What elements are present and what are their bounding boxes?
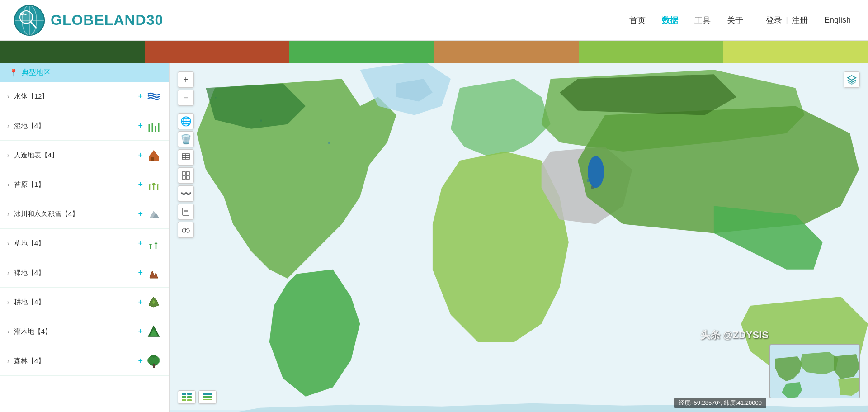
bottom-layer-controls xyxy=(178,390,217,404)
bottom-control-btn2[interactable] xyxy=(198,390,217,404)
layer-item-7[interactable]: › 耕地【4】 + xyxy=(0,288,169,317)
nav-about[interactable]: 关于 xyxy=(719,15,751,26)
svg-rect-60 xyxy=(182,399,186,401)
layer-item-8[interactable]: › 灌木地【4】 + xyxy=(0,317,169,346)
svg-rect-64 xyxy=(203,399,212,400)
layer-label-2: 人造地表【4】 xyxy=(14,151,136,160)
color-swatch-1[interactable] xyxy=(145,41,289,63)
nav-language[interactable]: English xyxy=(821,15,854,25)
bottom-control-btn1[interactable] xyxy=(178,390,196,404)
svg-rect-61 xyxy=(187,399,192,401)
delete-tool-button[interactable]: 🗑️ xyxy=(178,131,194,147)
map-controls: + − 🌐 🗑️ 〰️ xyxy=(178,71,194,238)
book-icon xyxy=(182,208,190,216)
color-swatch-0[interactable] xyxy=(0,41,145,63)
layer-chevron-5[interactable]: › xyxy=(7,240,9,247)
table-tool-button[interactable] xyxy=(178,149,194,166)
layer-chevron-8[interactable]: › xyxy=(7,328,9,335)
layer-list-icon xyxy=(182,393,192,401)
globe-tool-button[interactable]: 🌐 xyxy=(178,113,194,129)
layer-chevron-6[interactable]: › xyxy=(7,269,9,276)
grid-tool-button[interactable] xyxy=(178,167,194,184)
binoculars-tool-button[interactable] xyxy=(178,222,194,238)
sidebar: 📍 典型地区 › 水体【12】 + › 湿地【4】 + › 人造地表【4】 + … xyxy=(0,63,170,412)
svg-rect-63 xyxy=(203,396,212,398)
layer-list-icon2 xyxy=(203,393,212,401)
layer-icon-3 xyxy=(146,176,162,193)
svg-rect-57 xyxy=(187,393,192,395)
svg-rect-62 xyxy=(203,393,212,395)
color-swatch-5[interactable] xyxy=(723,41,868,63)
layer-chevron-4[interactable]: › xyxy=(7,210,9,218)
sidebar-toggle-button[interactable]: ◀ xyxy=(169,229,170,247)
logo-area: 30m GLOBELAND30 xyxy=(14,5,163,36)
svg-point-37 xyxy=(588,156,604,188)
zoom-out-button[interactable]: − xyxy=(178,90,194,106)
layer-item-4[interactable]: › 冰川和永久积雪【4】 + xyxy=(0,199,169,229)
color-swatch-2[interactable] xyxy=(289,41,434,63)
layer-item-6[interactable]: › 裸地【4】 + xyxy=(0,258,169,288)
layer-add-6[interactable]: + xyxy=(138,268,143,278)
layer-chevron-1[interactable]: › xyxy=(7,122,9,129)
pin-icon: 📍 xyxy=(9,68,18,77)
wave-tool-button[interactable]: 〰️ xyxy=(178,185,194,202)
binoculars-icon xyxy=(182,226,190,234)
layer-add-3[interactable]: + xyxy=(138,180,143,189)
svg-rect-34 xyxy=(328,142,330,144)
layer-item-0[interactable]: › 水体【12】 + xyxy=(0,82,169,111)
layer-chevron-0[interactable]: › xyxy=(7,93,9,100)
layer-icon-6 xyxy=(146,265,162,281)
layer-label-8: 灌木地【4】 xyxy=(14,327,136,336)
nav-register[interactable]: 注册 xyxy=(788,15,811,26)
layer-list[interactable]: › 水体【12】 + › 湿地【4】 + › 人造地表【4】 + › 苔原【1】… xyxy=(0,82,169,412)
layer-label-1: 湿地【4】 xyxy=(14,122,136,130)
layer-item-1[interactable]: › 湿地【4】 + xyxy=(0,111,169,141)
map-area[interactable]: + − 🌐 🗑️ 〰️ xyxy=(170,63,868,412)
layer-chevron-9[interactable]: › xyxy=(7,357,9,365)
nav-login[interactable]: 登录 xyxy=(762,15,786,26)
layer-item-5[interactable]: › 草地【4】 + xyxy=(0,229,169,258)
nav-home[interactable]: 首页 xyxy=(621,15,654,26)
svg-rect-42 xyxy=(182,172,185,175)
layer-add-9[interactable]: + xyxy=(138,356,143,366)
layer-add-8[interactable]: + xyxy=(138,327,143,336)
layer-add-7[interactable]: + xyxy=(138,298,143,307)
layer-add-2[interactable]: + xyxy=(138,151,143,160)
mini-map-svg xyxy=(770,345,860,398)
layer-item-2[interactable]: › 人造地表【4】 + xyxy=(0,141,169,170)
svg-rect-59 xyxy=(187,396,192,398)
layer-switcher[interactable] xyxy=(844,71,860,88)
nav-data[interactable]: 数据 xyxy=(654,15,686,26)
layer-label-3: 苔原【1】 xyxy=(14,180,136,189)
svg-text:30m: 30m xyxy=(20,12,27,16)
color-swatch-3[interactable] xyxy=(434,41,579,63)
svg-rect-43 xyxy=(186,172,189,175)
svg-rect-56 xyxy=(182,393,186,395)
zoom-in-button[interactable]: + xyxy=(178,71,194,88)
layer-switch-button[interactable] xyxy=(844,71,860,88)
layer-add-0[interactable]: + xyxy=(138,92,143,101)
layer-item-3[interactable]: › 苔原【1】 + xyxy=(0,170,169,199)
nav-area: 首页 数据 工具 关于 登录 | 注册 English xyxy=(621,15,854,26)
layer-icon-2 xyxy=(146,147,162,163)
layer-add-4[interactable]: + xyxy=(138,209,143,219)
typical-area-header[interactable]: 📍 典型地区 xyxy=(0,63,169,82)
color-swatch-4[interactable] xyxy=(579,41,723,63)
layer-label-0: 水体【12】 xyxy=(14,92,136,101)
header: 30m GLOBELAND30 首页 数据 工具 关于 登录 | 注册 Engl… xyxy=(0,0,868,41)
layer-label-4: 冰川和永久积雪【4】 xyxy=(14,210,136,218)
layer-chevron-7[interactable]: › xyxy=(7,298,9,306)
layer-add-1[interactable]: + xyxy=(138,121,143,131)
book-tool-button[interactable] xyxy=(178,204,194,220)
svg-rect-45 xyxy=(186,176,189,179)
layer-add-5[interactable]: + xyxy=(138,239,143,248)
layer-chevron-3[interactable]: › xyxy=(7,181,9,188)
table-icon xyxy=(182,153,190,161)
nav-tools[interactable]: 工具 xyxy=(686,15,719,26)
layer-icon-9 xyxy=(146,353,162,369)
layer-icon-0 xyxy=(146,88,162,104)
layer-item-9[interactable]: › 森林【4】 + xyxy=(0,346,169,376)
layer-chevron-2[interactable]: › xyxy=(7,152,9,159)
typical-area-label: 典型地区 xyxy=(22,68,51,77)
svg-marker-22 xyxy=(150,271,158,278)
